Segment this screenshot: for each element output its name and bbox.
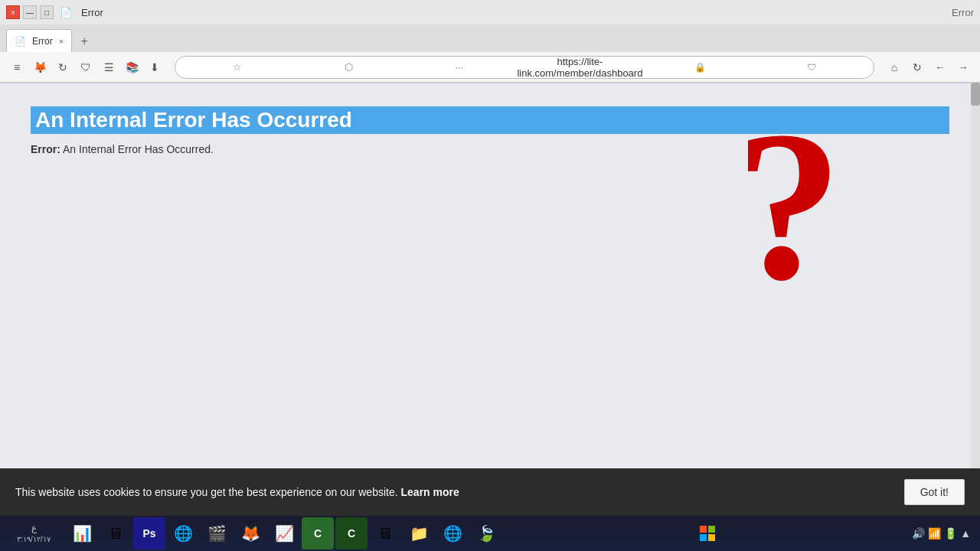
pocket-icon[interactable]: ⬡ [296, 61, 402, 73]
reader-icon[interactable]: ☰ [98, 57, 119, 78]
locale-text: ع [31, 523, 37, 535]
browser-toolbar: ≡ 🦊 ↻ 🛡 ☰ 📚 ⬇ ☆ ⬡ ··· https://lite-link.… [0, 52, 980, 83]
taskbar-app-leaf[interactable]: 🍃 [470, 517, 502, 549]
tab-icon: 📄 [60, 7, 72, 18]
new-tab-button[interactable]: + [74, 31, 95, 52]
error-label: Error: [31, 143, 60, 155]
tab-label: Error [32, 36, 53, 47]
taskbar-app-monitor[interactable]: 📈 [268, 517, 300, 549]
nav-icons: ≡ 🦊 ↻ 🛡 ☰ 📚 ⬇ [6, 57, 165, 78]
tab-bar: 📄 Error × + [0, 24, 980, 52]
up-arrow-icon[interactable]: ▲ [960, 527, 971, 540]
taskbar-clock: ۳:۱۹/۱۲/۱۷ [17, 534, 50, 544]
active-tab[interactable]: 📄 Error × [6, 29, 72, 52]
title-bar-label: Error [81, 7, 103, 18]
taskbar-app-firefox[interactable]: 🦊 [234, 517, 266, 549]
taskbar-app-media[interactable]: 🎬 [201, 517, 233, 549]
shield-address-icon: 🛡 [758, 62, 864, 73]
error-detail: An Internal Error Has Occurred. [63, 143, 214, 155]
shield-toolbar-icon[interactable]: 🛡 [75, 57, 96, 78]
library-icon[interactable]: 📚 [121, 57, 142, 78]
battery-icon[interactable]: 🔋 [944, 527, 957, 540]
menu-icon[interactable]: ≡ [6, 57, 28, 78]
history-icon[interactable]: ↻ [906, 57, 928, 78]
address-bar[interactable]: ☆ ⬡ ··· https://lite-link.com/member/das… [175, 56, 874, 79]
forward-icon[interactable]: → [952, 57, 974, 78]
tab-close-button[interactable]: × [59, 37, 64, 46]
taskbar: ع ۳:۱۹/۱۲/۱۷ 📊 🖥 Ps 🌐 🎬 🦊 📈 C C 🖥 📁 🌐 🍃 … [0, 516, 980, 551]
right-nav-icons: ⌂ ↻ ← → [884, 57, 974, 78]
tab-favicon: 📄 [15, 36, 26, 47]
cookie-banner: This website uses cookies to ensure you … [0, 468, 980, 516]
home-icon[interactable]: ⌂ [884, 57, 905, 78]
got-it-button[interactable]: Got it! [904, 479, 965, 505]
scrollbar-track[interactable] [971, 83, 980, 516]
windows-icon [700, 526, 715, 541]
download-icon[interactable]: ⬇ [144, 57, 165, 78]
taskbar-app-chrome[interactable]: 🌐 [167, 517, 199, 549]
question-mark-graphic: ? [735, 99, 842, 313]
scrollbar-thumb[interactable] [971, 83, 980, 106]
taskbar-app-photoshop[interactable]: Ps [133, 517, 165, 549]
minimize-button[interactable]: — [23, 5, 37, 19]
sound-icon[interactable]: 🔊 [912, 527, 925, 540]
taskbar-app-ie[interactable]: 🌐 [436, 517, 469, 549]
star-icon[interactable]: ☆ [185, 61, 291, 73]
cookie-text: This website uses cookies to ensure you … [15, 486, 459, 498]
taskbar-time-locale: ع ۳:۱۹/۱۲/۱۷ [3, 523, 64, 545]
svg-rect-1 [708, 526, 715, 533]
close-button[interactable]: × [6, 5, 20, 19]
more-icon[interactable]: ··· [407, 61, 513, 73]
taskbar-app-c1[interactable]: C [302, 517, 334, 549]
network-icon[interactable]: 📶 [928, 527, 941, 540]
taskbar-start-button[interactable] [691, 517, 724, 549]
taskbar-app-computer[interactable]: 🖥 [100, 517, 132, 549]
taskbar-app-screen[interactable]: 🖥 [369, 517, 401, 549]
url-text: https://lite-link.com/member/dashboard [517, 56, 642, 79]
taskbar-app-folder[interactable]: 📁 [403, 517, 435, 549]
learn-more-link[interactable]: Learn more [401, 486, 459, 498]
maximize-button[interactable]: □ [40, 5, 54, 19]
firefox-icon[interactable]: 🦊 [29, 57, 51, 78]
svg-rect-0 [700, 526, 707, 533]
refresh-toolbar-icon[interactable]: ↻ [52, 57, 74, 78]
taskbar-app-chart[interactable]: 📊 [66, 517, 98, 549]
window-controls[interactable]: × — □ [6, 5, 54, 19]
taskbar-app-c2[interactable]: C [335, 517, 368, 549]
page-content: An Internal Error Has Occurred Error: An… [0, 83, 980, 517]
lock-icon: 🔒 [647, 62, 753, 73]
svg-rect-3 [708, 534, 715, 541]
tab-title-error: Error [952, 7, 974, 18]
svg-rect-2 [700, 534, 707, 541]
system-tray: 🔊 📶 🔋 ▲ [912, 527, 977, 540]
back-icon[interactable]: ← [929, 57, 951, 78]
